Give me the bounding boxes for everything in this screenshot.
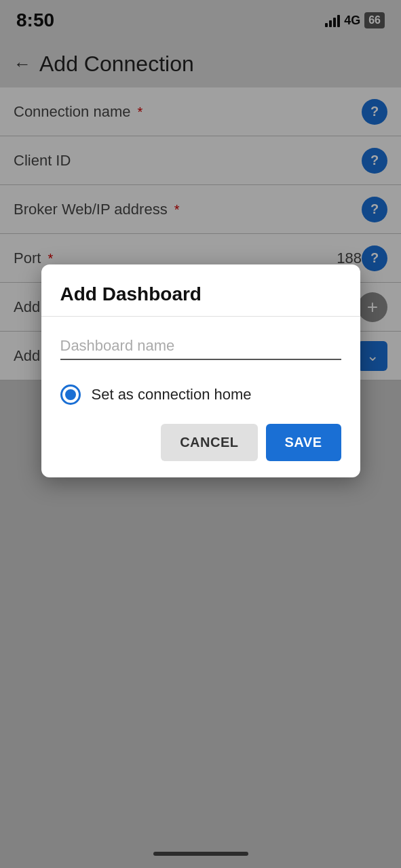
cancel-button[interactable]: CANCEL: [161, 424, 257, 461]
modal-overlay: Add Dashboard Set as connection home CAN…: [0, 0, 401, 868]
radio-button[interactable]: [60, 384, 81, 405]
add-dashboard-modal: Add Dashboard Set as connection home CAN…: [41, 264, 360, 477]
save-button[interactable]: SAVE: [266, 424, 341, 461]
modal-header: Add Dashboard: [41, 264, 360, 317]
modal-body: [41, 317, 360, 368]
radio-label: Set as connection home: [92, 386, 252, 403]
modal-title: Add Dashboard: [60, 283, 202, 304]
radio-inner: [65, 389, 76, 400]
dashboard-name-input[interactable]: [60, 333, 341, 360]
modal-footer: CANCEL SAVE: [41, 413, 360, 477]
modal-radio-row[interactable]: Set as connection home: [41, 368, 360, 413]
